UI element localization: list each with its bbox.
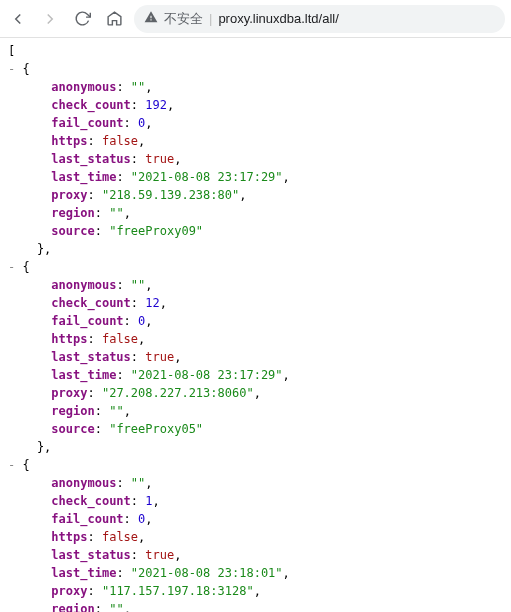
json-field-source: source: "freeProxy05"	[8, 420, 503, 438]
json-field-check_count: check_count: 192,	[8, 96, 503, 114]
json-field-proxy: proxy: "218.59.139.238:80",	[8, 186, 503, 204]
json-field-last_status: last_status: true,	[8, 150, 503, 168]
json-field-fail_count: fail_count: 0,	[8, 114, 503, 132]
json-field-proxy: proxy: "27.208.227.213:8060",	[8, 384, 503, 402]
json-field-region: region: "",	[8, 204, 503, 222]
json-field-last_time: last_time: "2021-08-08 23:17:29",	[8, 366, 503, 384]
json-field-check_count: check_count: 1,	[8, 492, 503, 510]
json-field-fail_count: fail_count: 0,	[8, 510, 503, 528]
json-field-last_status: last_status: true,	[8, 348, 503, 366]
collapse-toggle[interactable]: -	[8, 258, 15, 276]
insecure-label: 不安全	[164, 10, 203, 28]
collapse-toggle[interactable]: -	[8, 456, 15, 474]
json-object-open[interactable]: -{	[8, 60, 503, 78]
collapse-toggle[interactable]: -	[8, 60, 15, 78]
json-field-https: https: false,	[8, 330, 503, 348]
json-field-region: region: "",	[8, 600, 503, 612]
json-field-anonymous: anonymous: "",	[8, 276, 503, 294]
json-field-last_status: last_status: true,	[8, 546, 503, 564]
json-field-source: source: "freeProxy09"	[8, 222, 503, 240]
insecure-icon	[144, 10, 158, 27]
json-field-fail_count: fail_count: 0,	[8, 312, 503, 330]
json-field-last_time: last_time: "2021-08-08 23:17:29",	[8, 168, 503, 186]
json-object-close: },	[8, 240, 503, 258]
json-field-anonymous: anonymous: "",	[8, 474, 503, 492]
json-field-last_time: last_time: "2021-08-08 23:18:01",	[8, 564, 503, 582]
json-field-anonymous: anonymous: "",	[8, 78, 503, 96]
address-divider: |	[209, 11, 212, 26]
json-field-proxy: proxy: "117.157.197.18:3128",	[8, 582, 503, 600]
forward-button[interactable]	[38, 7, 62, 31]
url-text: proxy.linuxdba.ltd/all/	[218, 11, 338, 26]
json-viewer: [-{anonymous: "",check_count: 192,fail_c…	[0, 38, 511, 612]
address-bar[interactable]: 不安全 | proxy.linuxdba.ltd/all/	[134, 5, 505, 33]
json-object-close: },	[8, 438, 503, 456]
json-object-open[interactable]: -{	[8, 456, 503, 474]
json-field-https: https: false,	[8, 528, 503, 546]
json-field-https: https: false,	[8, 132, 503, 150]
json-field-region: region: "",	[8, 402, 503, 420]
json-field-check_count: check_count: 12,	[8, 294, 503, 312]
json-array-open: [	[8, 42, 503, 60]
back-button[interactable]	[6, 7, 30, 31]
reload-button[interactable]	[70, 7, 94, 31]
home-button[interactable]	[102, 7, 126, 31]
json-object-open[interactable]: -{	[8, 258, 503, 276]
browser-toolbar: 不安全 | proxy.linuxdba.ltd/all/	[0, 0, 511, 38]
